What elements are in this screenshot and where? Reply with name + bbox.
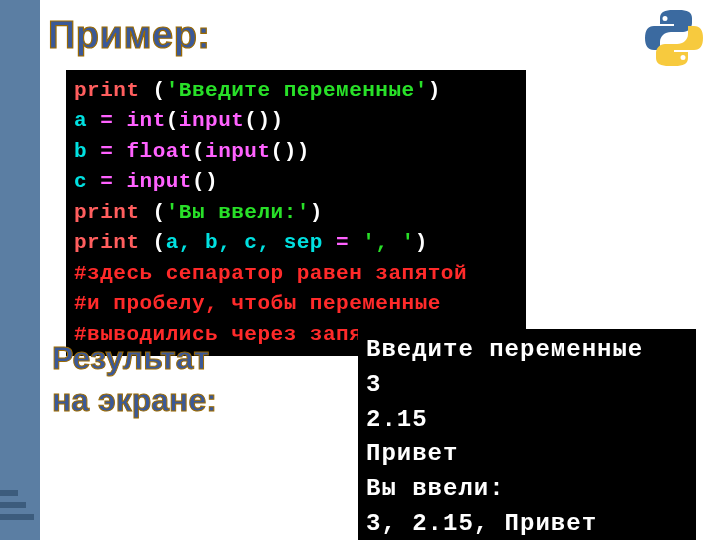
python-logo-icon [642,6,706,74]
left-stripe [0,0,40,540]
output-block: Введите переменные 3 2.15 Привет Вы ввел… [358,329,696,540]
code-comment: #и пробелу, чтобы переменные [74,292,441,315]
code-line: c = input() [74,170,218,193]
stripe-deco [0,490,30,526]
code-line: b = float(input()) [74,140,310,163]
heading-example: Пример: [48,14,211,57]
code-line: print (a, b, c, sep = ', ') [74,231,428,254]
code-line: print ('Вы ввели:') [74,201,323,224]
code-line: print ('Введите переменные') [74,79,441,102]
code-comment: #здесь сепаратор равен запятой [74,262,467,285]
deco-bar [0,502,26,508]
code-line: a = int(input()) [74,109,284,132]
heading-result: Результат на экране: [52,338,217,421]
slide: Пример: print ('Введите переменные') a =… [0,0,720,540]
deco-bar [0,514,34,520]
deco-bar [0,490,18,496]
code-block: print ('Введите переменные') a = int(inp… [66,70,526,356]
